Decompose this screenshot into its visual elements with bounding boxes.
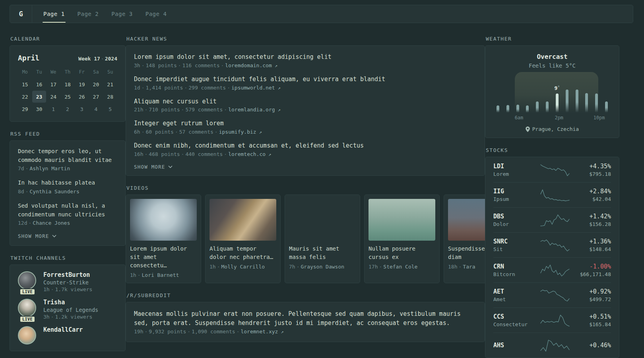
calendar-day[interactable]: 4 <box>89 103 103 115</box>
rss-card: Donec tempor eros leo, ut commodo mauris… <box>10 140 126 246</box>
avatar[interactable] <box>18 271 36 290</box>
calendar-day[interactable]: 2 <box>60 103 75 115</box>
tab-page-2[interactable]: Page 2 <box>71 5 105 23</box>
calendar-day[interactable]: 21 <box>103 78 117 90</box>
video-age: 1h <box>130 272 136 278</box>
hackernews-item-domain-link[interactable]: loremdomain.com <box>225 62 272 68</box>
separator-dot: · <box>213 129 219 135</box>
stock-symbol[interactable]: AET <box>493 288 537 295</box>
rss-item-title[interactable]: Donec tempor eros leo, ut commodo mauris… <box>18 147 117 164</box>
tab-page-3[interactable]: Page 3 <box>105 5 139 23</box>
video-title[interactable]: Lorem ipsum dolor sit amet consectetu… <box>130 245 197 270</box>
calendar-day[interactable]: 20 <box>89 78 103 90</box>
subreddit-post-title[interactable]: Maecenas mollis pulvinar erat non posuer… <box>134 309 477 328</box>
twitch-channel-name[interactable]: ForrestBurton <box>43 271 92 278</box>
video-meta: 17h·Stefan Cole <box>369 264 435 270</box>
calendar-day[interactable]: 28 <box>103 91 117 103</box>
hackernews-item-title[interactable]: Integer eget rutrum lorem <box>134 119 477 128</box>
twitch-channel-name[interactable]: Trisha <box>43 299 98 306</box>
stock-symbol[interactable]: CCS <box>493 313 537 320</box>
hackernews-item-domain-link[interactable]: ipsumworld.net <box>231 85 275 91</box>
rss-show-more-button[interactable]: SHOW MORE <box>18 233 56 239</box>
tab-page-1[interactable]: Page 1 <box>37 5 71 23</box>
rss-item-title[interactable]: Sed volutpat nulla nisl, a condimentum n… <box>18 202 117 219</box>
chevron-down-icon <box>168 165 173 168</box>
twitch-channel-meta: 3h·1.2k viewers <box>43 314 98 320</box>
calendar-day[interactable]: 24 <box>46 91 60 103</box>
video-title[interactable]: Aliquam tempor dolor nec pharetra… <box>209 245 276 261</box>
rss-item-title[interactable]: In hac habitasse platea <box>18 179 117 187</box>
avatar[interactable] <box>18 326 36 344</box>
twitch-avatar-wrap: LIVE <box>18 299 37 320</box>
separator-dot: · <box>50 314 55 320</box>
video-title[interactable]: Suspendisse diam <box>448 245 485 261</box>
separator-dot: · <box>100 56 105 62</box>
stock-symbol[interactable]: LDI <box>493 163 537 170</box>
hackernews-item-domain-link[interactable]: ipsumify.biz <box>219 129 256 135</box>
calendar-grid: MoTuWeThFrSaSu15161718192021222324252627… <box>18 66 117 115</box>
video-card: Lorem ipsum dolor sit amet consectetu…1h… <box>126 195 201 283</box>
stock-identity: SNRCSit <box>493 238 537 252</box>
hackernews-item-title[interactable]: Aliquam nec cursus elit <box>134 97 477 106</box>
video-thumbnail[interactable] <box>289 199 356 241</box>
calendar-week-info: Week 17·2024 <box>78 56 117 62</box>
app-logo[interactable]: G <box>10 5 32 23</box>
separator-dot: · <box>143 151 149 157</box>
twitch-channel-name[interactable]: KendallCarr <box>43 326 83 333</box>
hackernews-item-title[interactable]: Donec imperdiet augue tincidunt felis al… <box>134 75 477 84</box>
avatar[interactable] <box>18 299 36 317</box>
video-title[interactable]: Mauris sit amet massa felis <box>289 245 356 261</box>
calendar-day[interactable]: 17 <box>46 78 60 90</box>
subreddit-section: /R/SUBREDDIT Maecenas mollis pulvinar er… <box>126 292 485 342</box>
hackernews-item-title[interactable]: Lorem ipsum dolor sit amet, consectetur … <box>134 53 477 62</box>
stock-symbol[interactable]: IIG <box>493 188 537 195</box>
calendar-day[interactable]: 26 <box>75 91 89 103</box>
calendar-day[interactable]: 5 <box>103 103 117 115</box>
stock-symbol[interactable]: DBS <box>493 213 537 220</box>
calendar-day-header: Su <box>103 66 117 78</box>
stock-symbol[interactable]: AHS <box>493 342 537 349</box>
stock-values: +1.42%$156.28 <box>573 213 611 227</box>
calendar-day[interactable]: 29 <box>18 103 32 115</box>
video-card: Nullam posuere cursus ex17h·Stefan Cole <box>364 195 440 283</box>
video-thumbnail[interactable] <box>130 199 197 241</box>
calendar-day[interactable]: 19 <box>75 78 89 90</box>
hackernews-item-meta: 6h·60 points·57 comments·ipsumify.biz ↗ <box>134 129 477 135</box>
hackernews-item-comments: 116 comments <box>182 62 220 68</box>
separator-dot: · <box>220 62 225 68</box>
calendar-day[interactable]: 22 <box>18 91 32 103</box>
video-thumbnail[interactable] <box>209 199 276 241</box>
separator-dot: · <box>180 107 186 113</box>
stock-symbol[interactable]: SNRC <box>493 238 537 245</box>
hackernews-item-title[interactable]: Donec enim nibh, condimentum et accumsan… <box>134 142 477 150</box>
weather-condition: Overcast <box>495 53 609 60</box>
video-title[interactable]: Nullam posuere cursus ex <box>369 245 435 261</box>
weather-time-axis: 6am2pm10pm <box>495 115 609 122</box>
calendar-day[interactable]: 18 <box>60 78 75 90</box>
hackernews-item-domain-link[interactable]: loremlandia.org <box>228 107 275 113</box>
subreddit-post-domain-link[interactable]: loremnet.xyz <box>241 329 278 335</box>
video-author: Grayson Dawson <box>301 264 344 270</box>
stock-sparkline-chart <box>539 212 570 228</box>
calendar-day-header: Fr <box>75 66 89 78</box>
calendar-day[interactable]: 15 <box>18 78 32 90</box>
calendar-day[interactable]: 1 <box>46 103 60 115</box>
calendar-day[interactable]: 25 <box>60 91 75 103</box>
stock-sparkline-chart <box>539 337 570 353</box>
rss-item-author: Cynthia Saunders <box>29 189 79 195</box>
video-thumbnail[interactable] <box>448 199 485 241</box>
video-thumbnail[interactable] <box>369 199 435 241</box>
calendar-day[interactable]: 16 <box>32 78 47 90</box>
weather-temp-bar <box>497 105 499 113</box>
calendar-day[interactable]: 27 <box>89 91 103 103</box>
stock-price: $66,171.48 <box>573 271 611 277</box>
calendar-day[interactable]: 3 <box>75 103 89 115</box>
stock-symbol[interactable]: CRN <box>493 263 537 270</box>
subreddit-post: Maecenas mollis pulvinar erat non posuer… <box>134 309 477 335</box>
hackernews-item-domain-link[interactable]: loremtech.co <box>228 151 266 157</box>
tab-page-4[interactable]: Page 4 <box>139 5 173 23</box>
video-card: Suspendisse diam18h·Tara <box>444 195 485 283</box>
hackernews-show-more-button[interactable]: SHOW MORE <box>134 164 173 170</box>
calendar-day-selected[interactable]: 23 <box>32 91 47 103</box>
calendar-day[interactable]: 30 <box>32 103 47 115</box>
